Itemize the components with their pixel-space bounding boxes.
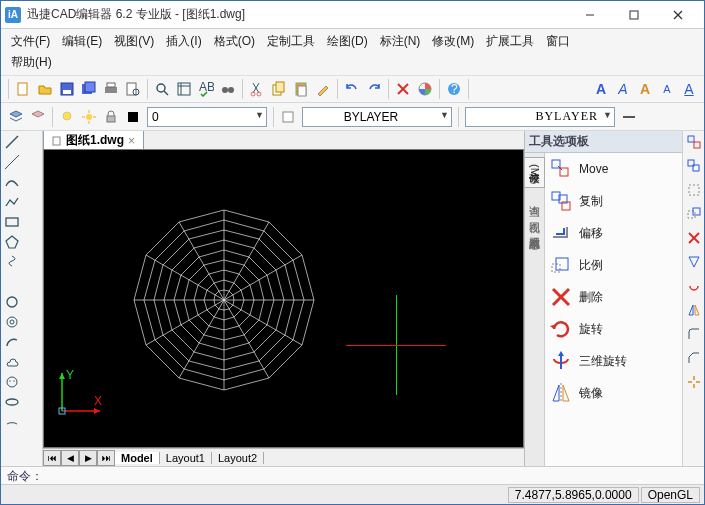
sun-icon[interactable] <box>78 106 100 128</box>
saveall-icon[interactable] <box>78 78 100 100</box>
preview-icon[interactable] <box>151 78 173 100</box>
palette-item-3drotate[interactable]: 三维旋转 <box>545 345 682 377</box>
canvas[interactable]: X Y <box>43 149 524 448</box>
menu-edit[interactable]: 编辑(E) <box>56 31 108 52</box>
print-preview-icon[interactable] <box>122 78 144 100</box>
command-line[interactable]: 命令： <box>1 466 704 484</box>
rt-tool3-icon[interactable] <box>685 181 703 199</box>
menu-insert[interactable]: 插入(I) <box>160 31 207 52</box>
color-combo[interactable]: BYLAYER <box>302 107 452 127</box>
palette-item-delete[interactable]: 删除 <box>545 281 682 313</box>
earc-icon[interactable] <box>3 413 21 431</box>
copy-icon[interactable] <box>268 78 290 100</box>
menu-help[interactable]: 帮助(H) <box>5 52 58 73</box>
text-style-a3[interactable]: A <box>634 78 656 100</box>
rect-icon[interactable] <box>3 213 21 231</box>
menu-view[interactable]: 视图(V) <box>108 31 160 52</box>
spellcheck-icon[interactable]: ABC <box>195 78 217 100</box>
linetype-combo[interactable]: BYLAYER <box>465 107 615 127</box>
undo-icon[interactable] <box>341 78 363 100</box>
sidetab-modify[interactable]: 修改(M) <box>525 157 545 188</box>
text-style-a2[interactable]: A <box>612 78 634 100</box>
text-style-a1[interactable]: A <box>590 78 612 100</box>
menu-format[interactable]: 格式(O) <box>208 31 261 52</box>
sq1-icon[interactable] <box>277 106 299 128</box>
save-icon[interactable] <box>56 78 78 100</box>
minimize-button[interactable] <box>568 1 612 29</box>
rt-chamfer-icon[interactable] <box>685 349 703 367</box>
menu-custom-tools[interactable]: 定制工具 <box>261 31 321 52</box>
tab-layout2[interactable]: Layout2 <box>212 452 264 464</box>
menu-draw[interactable]: 绘图(D) <box>321 31 374 52</box>
erase-red-icon[interactable] <box>392 78 414 100</box>
rt-delete-icon[interactable] <box>685 229 703 247</box>
color-wheel-icon[interactable] <box>414 78 436 100</box>
print-icon[interactable] <box>100 78 122 100</box>
palette-item-copy[interactable]: 复制 <box>545 185 682 217</box>
arc-icon[interactable] <box>3 333 21 351</box>
face-icon[interactable] <box>3 373 21 391</box>
spline-icon[interactable] <box>3 173 21 191</box>
sidetab-query[interactable]: 查询 <box>525 190 545 204</box>
palette-item-offset[interactable]: 偏移 <box>545 217 682 249</box>
open-file-icon[interactable] <box>34 78 56 100</box>
tab-layout1[interactable]: Layout1 <box>160 452 212 464</box>
palette-item-rotate[interactable]: 旋转 <box>545 313 682 345</box>
rt-tool4-icon[interactable] <box>685 205 703 223</box>
layer-manager-icon[interactable] <box>5 106 27 128</box>
close-button[interactable] <box>656 1 700 29</box>
polyline-icon[interactable] <box>3 193 21 211</box>
linetype-icon[interactable] <box>618 106 640 128</box>
polygon-icon[interactable] <box>3 233 21 251</box>
menu-extend-tools[interactable]: 扩展工具 <box>480 31 540 52</box>
text-style-a4[interactable]: A <box>656 78 678 100</box>
new-file-icon[interactable] <box>12 78 34 100</box>
maximize-button[interactable] <box>612 1 656 29</box>
menu-dimension[interactable]: 标注(N) <box>374 31 427 52</box>
help-icon[interactable]: ? <box>443 78 465 100</box>
next-button[interactable]: ▶ <box>79 450 97 466</box>
cut-icon[interactable] <box>246 78 268 100</box>
rt-fillet-icon[interactable] <box>685 325 703 343</box>
first-button[interactable]: ⏮ <box>43 450 61 466</box>
last-button[interactable]: ⏭ <box>97 450 115 466</box>
cloud-icon[interactable] <box>3 353 21 371</box>
helix-icon[interactable] <box>3 253 21 271</box>
paste-icon[interactable] <box>290 78 312 100</box>
settings-icon[interactable] <box>173 78 195 100</box>
layer-combo[interactable]: 0 <box>147 107 267 127</box>
tab-model[interactable]: Model <box>115 452 160 464</box>
rt-move-icon[interactable] <box>685 133 703 151</box>
palette-item-mirror[interactable]: 镜像 <box>545 377 682 409</box>
redo-icon[interactable] <box>363 78 385 100</box>
match-prop-icon[interactable] <box>312 78 334 100</box>
rt-copy-icon[interactable] <box>685 157 703 175</box>
layer-states-icon[interactable] <box>27 106 49 128</box>
text-style-a5[interactable]: A <box>678 78 700 100</box>
tab-close-icon[interactable]: × <box>128 134 135 148</box>
ring-icon[interactable] <box>3 313 21 331</box>
title-bar: iA 迅捷CAD编辑器 6.2 专业版 - [图纸1.dwg] <box>1 1 704 29</box>
rt-rotate-icon[interactable] <box>685 277 703 295</box>
xline-icon[interactable] <box>3 153 21 171</box>
binocs-icon[interactable] <box>217 78 239 100</box>
palette-item-scale[interactable]: 比例 <box>545 249 682 281</box>
mirror-icon <box>549 381 573 405</box>
light-on-icon[interactable] <box>56 106 78 128</box>
ellipse-icon[interactable] <box>3 393 21 411</box>
lock-icon[interactable] <box>100 106 122 128</box>
circle-icon[interactable] <box>3 293 21 311</box>
rt-mirror-icon[interactable] <box>685 301 703 319</box>
rt-explode-icon[interactable] <box>685 373 703 391</box>
menu-modify[interactable]: 修改(M) <box>426 31 480 52</box>
menu-window[interactable]: 窗口 <box>540 31 576 52</box>
menu-file[interactable]: 文件(F) <box>5 31 56 52</box>
rt-blue-icon[interactable] <box>685 253 703 271</box>
sidetab-view[interactable]: 视图 <box>525 206 545 220</box>
prev-button[interactable]: ◀ <box>61 450 79 466</box>
square-black-icon[interactable] <box>122 106 144 128</box>
sidetab-3dorbit[interactable]: 三维动态观察 <box>525 222 545 236</box>
palette-item-move[interactable]: Move <box>545 153 682 185</box>
document-tab-active[interactable]: 图纸1.dwg × <box>43 131 144 150</box>
line-icon[interactable] <box>3 133 21 151</box>
